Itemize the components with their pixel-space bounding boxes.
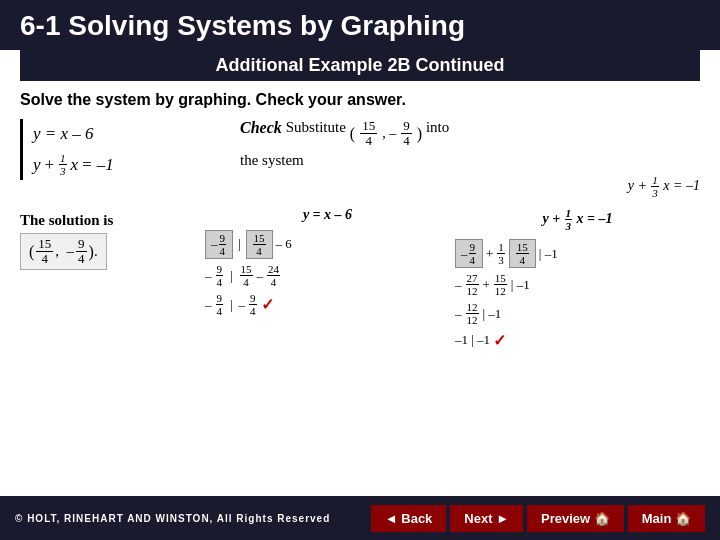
frac-1-3: 1 3 <box>59 152 67 177</box>
gray-15-4-rr: 154 <box>509 239 536 268</box>
gray-neg9-4-r: –94 <box>455 239 483 268</box>
header-title: 6-1 Solving Systems by Graphing <box>20 10 465 41</box>
frac-9-4-rg: 94 <box>469 241 477 266</box>
r-check-row4: –1 | –1 ✓ <box>455 331 700 350</box>
the-system-text: the system <box>240 152 700 169</box>
r-check-row1: –94 + 13 154 | –1 <box>455 239 700 268</box>
eq1-check-label: y = x – 6 <box>205 207 450 223</box>
frac-9-4-r: 94 <box>216 263 224 288</box>
equation-2: y + 1 3 x = –1 <box>33 150 230 181</box>
frac-15-12-r: 1512 <box>494 272 507 297</box>
example-title: Additional Example 2B Continued <box>20 50 700 81</box>
eq2-label: y + 1 3 x = –1 <box>240 174 700 199</box>
footer-copyright: © HOLT, RINEHART AND WINSTON, All Rights… <box>15 513 330 524</box>
frac-9-4: 9 4 <box>401 119 412 149</box>
r-check-row3: – 1212 | –1 <box>455 301 700 326</box>
substitute-fraction: ( 15 4 , – 9 4 ) <box>350 119 422 149</box>
eq2-check-label: y + 13 x = –1 <box>455 207 700 232</box>
check-label: Check <box>240 119 282 137</box>
frac-1-3-label: 1 3 <box>651 174 659 199</box>
middle-col: y = x – 6 –94 | 154 – 6 – 94 <box>205 207 450 350</box>
sol-frac-15-4: 15 4 <box>36 237 53 267</box>
frac-15-4-m: 154 <box>253 232 266 257</box>
main-button[interactable]: Main 🏠 <box>628 505 705 532</box>
gray-neg9-4: –94 <box>205 230 233 259</box>
system-box: y = x – 6 y + 1 3 x = –1 <box>20 119 230 180</box>
frac-1-3-r: 13 <box>497 241 505 266</box>
frac-neg9-4-m: 94 <box>219 232 227 257</box>
frac-15-4-rg: 154 <box>516 241 529 266</box>
solution-box: The solution is ( 15 4 , – 9 4 ) . <box>20 212 200 350</box>
frac-15-4-r: 154 <box>240 263 253 288</box>
bottom-section: The solution is ( 15 4 , – 9 4 ) . <box>20 207 700 350</box>
brand-text: © HOLT, RINEHART AND WINSTON, All Rights… <box>15 513 330 524</box>
frac-27-12-r: 2712 <box>466 272 479 297</box>
back-button[interactable]: ◄ Back <box>371 505 447 532</box>
check-mark-2: ✓ <box>493 331 506 350</box>
right-col-check: y + 13 x = –1 –94 + 13 154 | –1 <box>455 207 700 350</box>
check-row2: – 94 | 154 – 244 <box>205 263 450 288</box>
main-content: Additional Example 2B Continued Solve th… <box>0 50 720 496</box>
check-mark-1: ✓ <box>261 295 274 314</box>
problem-instruction: Solve the system by graphing. Check your… <box>20 91 700 109</box>
solution-answer: ( 15 4 , – 9 4 ) . <box>20 233 107 271</box>
frac-9-4-r2: 94 <box>216 292 224 317</box>
top-section: y = x – 6 y + 1 3 x = –1 Check <box>20 119 700 199</box>
frac-1-3-c: 13 <box>565 207 573 232</box>
next-button[interactable]: Next ► <box>450 505 523 532</box>
slide-container: 6-1 Solving Systems by Graphing Addition… <box>0 0 720 540</box>
frac-24-4-r: 244 <box>267 263 280 288</box>
solution-text: The solution is <box>20 212 200 229</box>
preview-button[interactable]: Preview 🏠 <box>527 505 624 532</box>
slide-header: 6-1 Solving Systems by Graphing <box>0 0 720 50</box>
footer: © HOLT, RINEHART AND WINSTON, All Rights… <box>0 496 720 540</box>
check-row1: –94 | 154 – 6 <box>205 230 450 259</box>
sol-frac-9-4: 9 4 <box>76 237 87 267</box>
footer-buttons: ◄ Back Next ► Preview 🏠 Main 🏠 <box>371 505 705 532</box>
r-check-row2: – 2712 + 1512 | –1 <box>455 272 700 297</box>
frac-9-4-r3: 94 <box>249 292 257 317</box>
frac-15-4: 15 4 <box>360 119 377 149</box>
gray-15-4-m: 154 <box>246 230 273 259</box>
frac-12-12-r: 1212 <box>466 301 479 326</box>
left-col: y = x – 6 y + 1 3 x = –1 <box>20 119 230 199</box>
check-row3: – 94 | – 94 ✓ <box>205 292 450 317</box>
equation-1: y = x – 6 <box>33 119 230 150</box>
check-text: Check Substitute ( 15 4 , – 9 4 ) <box>240 119 700 149</box>
right-col: Check Substitute ( 15 4 , – 9 4 ) <box>240 119 700 199</box>
